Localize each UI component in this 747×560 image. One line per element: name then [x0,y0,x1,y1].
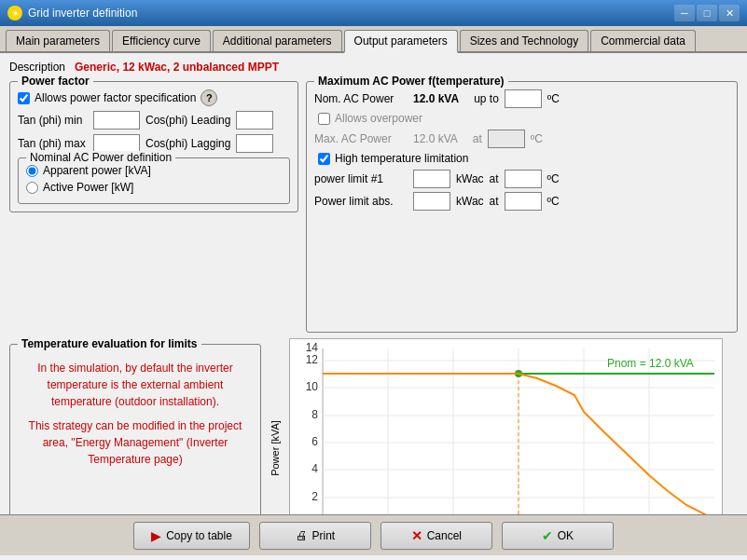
tan-min-row: Tan (phi) min -0.395 Cos(phi) Leading 0.… [18,111,290,130]
cancel-icon: ✕ [411,528,422,543]
cancel-label: Cancel [427,529,462,542]
max-ac-label: Max. AC Power [314,132,408,145]
up-to-label: up to [474,92,499,105]
temp-line1: In the simulation, by default the invert… [18,360,253,410]
tab-additional[interactable]: Additional parameters [213,30,342,51]
max-ac-power-row: Max. AC Power 12.0 kVA at 25 ºC [314,130,729,148]
copy-to-table-button[interactable]: ▶ Copy to table [133,522,250,550]
apparent-power-radio[interactable] [26,165,38,177]
max-ac-value: 12.0 kVA [413,132,458,145]
help-button[interactable]: ? [201,89,217,106]
description-row: Description Generic, 12 kWac, 2 unbalanc… [9,61,738,74]
y-axis-label-container: Power [kVA] [261,338,289,514]
ok-label: OK [558,529,574,542]
tab-commercial[interactable]: Commercial data [590,30,696,51]
temp-eval-title: Temperature evaluation for limits [18,337,201,350]
tab-efficiency[interactable]: Efficiency curve [112,30,211,51]
cos-lagging-label: Cos(phi) Lagging [145,137,230,150]
up-to-input[interactable]: 50 [505,89,542,108]
description-label: Description [9,61,65,74]
right-panel: Maximum AC Power f(temperature) Nom. AC … [306,81,738,333]
allows-pf-label: Allows power factor specification [35,91,196,104]
tan-min-input[interactable]: -0.395 [93,111,140,130]
tan-min-label: Tan (phi) min [18,114,88,127]
tan-max-label: Tan (phi) max [18,137,88,150]
tan-max-row: Tan (phi) max 0.395 Cos(phi) Lagging 0.9… [18,134,290,153]
temp-line2: This strategy can be modified in the pro… [18,417,253,468]
nominal-ac-group: Nominal AC Power definition Apparent pow… [18,157,290,204]
max-ac-title: Maximum AC Power f(temperature) [314,75,508,88]
power-limit1-at: at [490,172,499,185]
chart-svg: 0 2 4 6 8 10 12 14 20 30 40 50 60 [289,338,723,514]
tab-main[interactable]: Main parameters [6,30,110,51]
description-value: Generic, 12 kWac, 2 unbalanced MPPT [75,61,279,74]
tab-sizes[interactable]: Sizes and Technology [460,30,589,51]
max-at-input[interactable]: 25 [488,130,525,148]
cos-leading-input[interactable]: 0.930 [236,111,273,130]
copy-label: Copy to table [166,529,232,542]
left-panel: Power factor Allows power factor specifi… [9,81,298,333]
bottom-section: Temperature evaluation for limits In the… [9,338,738,514]
temp-eval-group: Temperature evaluation for limits In the… [9,344,261,514]
print-button[interactable]: 🖨 Print [259,522,371,550]
power-limit1-label: power limit #1 [314,172,408,185]
power-limit-abs-unit: kWac [456,195,484,208]
tab-bar: Main parameters Efficiency curve Additio… [0,26,747,53]
max-at-unit: ºC [531,132,543,145]
allows-overpower-checkbox[interactable] [318,113,330,125]
power-limit1-unit: kWac [456,172,484,185]
allows-overpower-label: Allows overpower [335,112,422,125]
power-limit-abs-at-input[interactable]: 70 [505,192,542,211]
power-limit-abs-row: Power limit abs. 4.0 kWac at 70 ºC [314,192,729,211]
chart-container: Power [kVA] [269,338,738,514]
power-limit1-at-unit: ºC [547,172,560,185]
high-temp-row: High temperature limitation [318,152,729,165]
svg-text:14: 14 [306,341,319,354]
apparent-power-row: Apparent power [kVA] [26,164,282,177]
cos-lagging-input[interactable]: 0.930 [236,134,273,153]
window-controls: ─ □ ✕ [674,5,740,21]
minimize-button[interactable]: ─ [674,5,695,21]
apparent-power-label: Apparent power [kVA] [43,164,151,177]
chart-inner: 0 2 4 6 8 10 12 14 20 30 40 50 60 [289,338,738,514]
power-limit1-at-input[interactable]: 60 [505,170,542,188]
power-factor-title: Power factor [18,75,93,88]
allows-pf-checkbox[interactable] [18,92,30,104]
bottom-bar: ▶ Copy to table 🖨 Print ✕ Cancel ✔ OK [0,514,747,555]
up-to-unit: ºC [547,92,560,105]
app-icon: ☀ [7,6,22,20]
ok-icon: ✔ [542,528,553,543]
window-title: Grid inverter definition [28,7,674,20]
high-temp-checkbox[interactable] [318,153,330,165]
power-limit1-input[interactable]: 9.0 [413,170,450,188]
cancel-button[interactable]: ✕ Cancel [380,522,492,550]
svg-text:12: 12 [306,353,319,366]
power-limit-abs-label: Power limit abs. [314,195,408,208]
svg-text:10: 10 [306,380,319,393]
svg-text:2: 2 [311,490,318,503]
main-two-column: Power factor Allows power factor specifi… [9,81,738,333]
active-power-label: Active Power [kW] [43,181,133,194]
svg-text:4: 4 [311,462,318,475]
chart-wrapper: Power [kVA] [269,338,738,514]
y-axis-label: Power [kVA] [270,420,281,476]
active-power-radio[interactable] [26,182,38,194]
svg-text:Pnom = 12.0 kVA: Pnom = 12.0 kVA [607,357,694,370]
svg-text:8: 8 [311,408,318,421]
maximize-button[interactable]: □ [697,5,717,21]
tan-max-input[interactable]: 0.395 [93,134,140,153]
max-ac-group: Maximum AC Power f(temperature) Nom. AC … [306,81,738,333]
ok-button[interactable]: ✔ OK [502,522,614,550]
print-label: Print [312,529,336,542]
nom-ac-value: 12.0 kVA [413,92,459,105]
temp-eval-text: In the simulation, by default the invert… [18,360,253,468]
allows-pf-row: Allows power factor specification ? [18,89,290,106]
active-power-row: Active Power [kW] [26,181,282,194]
max-at-label: at [473,132,482,145]
title-bar: ☀ Grid inverter definition ─ □ ✕ [0,0,747,26]
close-button[interactable]: ✕ [719,5,740,21]
power-limit-abs-at: at [490,195,499,208]
power-limit-abs-input[interactable]: 4.0 [413,192,450,211]
nom-ac-label: Nom. AC Power [314,92,408,105]
tab-output[interactable]: Output parameters [344,30,458,53]
